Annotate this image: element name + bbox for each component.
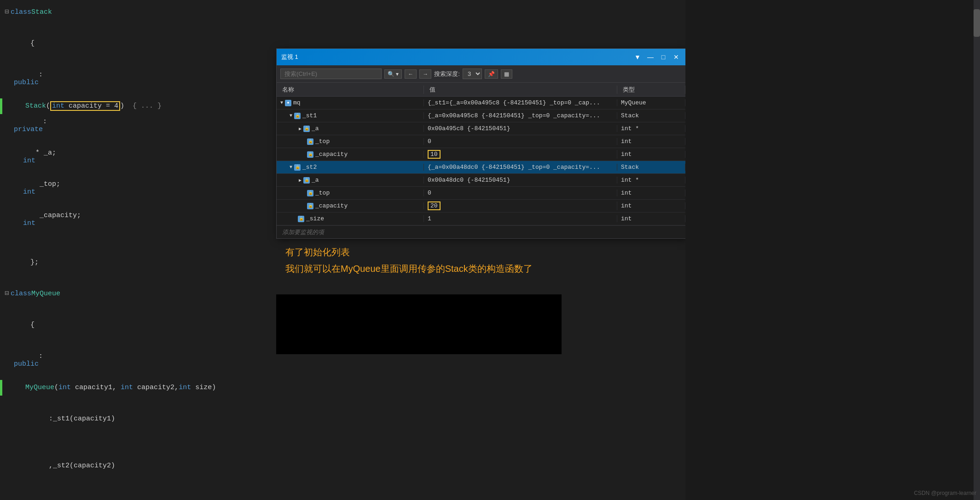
watch-value-mq: {_st1={_a=0x00a495c8 {-842150451} _top=0…: [424, 99, 617, 106]
watch-row-st2[interactable]: ▼ 🔒 _st2 {_a=0x00a48dc0 {-842150451} _to…: [277, 161, 685, 174]
watch-value-size: 1: [424, 215, 617, 222]
close-icon[interactable]: ✕: [672, 53, 681, 61]
minimize-icon[interactable]: —: [646, 53, 655, 61]
expand-a1[interactable]: ▶: [299, 126, 302, 132]
watch-value-a1: 0x00a495c8 {-842150451}: [424, 125, 617, 132]
depth-select[interactable]: 3 1 2 4 5: [463, 69, 482, 79]
var-icon-top2: 🔒: [307, 190, 313, 196]
code-line-6: int* _a;: [0, 145, 272, 177]
var-icon-st1: 🔒: [294, 113, 301, 119]
watch-row-size[interactable]: 🔒 _size 1 int: [277, 213, 685, 225]
pin-icon[interactable]: ▼: [633, 53, 642, 61]
watch-body: ▼ ● mq {_st1={_a=0x00a495c8 {-842150451}…: [277, 97, 685, 238]
header-value: 值: [424, 86, 617, 94]
expand-st1[interactable]: ▼: [290, 113, 292, 118]
code-line-9: };: [0, 239, 272, 286]
code-line-13: MyQueue(int capacity1, int capacity2,int…: [0, 380, 272, 396]
watch-title: 监视 1: [281, 53, 298, 61]
watch-name-st1: ▼ 🔒 _st1: [277, 112, 424, 119]
code-editor: ⊟class Stack { public: Stack(int capacit…: [0, 0, 272, 500]
watch-type-st2: Stack: [617, 164, 685, 171]
annotation-area: 有了初始化列表 我们就可以在MyQueue里面调用传参的Stack类的构造函数了: [276, 239, 686, 282]
watch-row-mq[interactable]: ▼ ● mq {_st1={_a=0x00a495c8 {-842150451}…: [277, 97, 685, 109]
code-line-11: {: [0, 302, 272, 349]
annotation-line2: 我们就可以在MyQueue里面调用传参的Stack类的构造函数了: [285, 260, 677, 277]
code-line-10: ⊟class MyQueue: [0, 286, 272, 302]
watch-name-capacity2: 🔒 _capacity: [277, 202, 424, 209]
watch-value-top2: 0: [424, 190, 617, 196]
code-line-16: ,_size(size): [0, 489, 272, 500]
watch-row-a1[interactable]: ▶ 🔒 _a 0x00a495c8 {-842150451} int *: [277, 122, 685, 135]
watch-value-a2: 0x00a48dc0 {-842150451}: [424, 177, 617, 184]
watch-row-capacity2[interactable]: 🔒 _capacity 20 int: [277, 200, 685, 213]
code-line-8: int _capacity;: [0, 208, 272, 239]
code-line-1: ⊟class Stack: [0, 5, 272, 20]
search-icon-btn[interactable]: 🔍 ▾: [384, 69, 402, 79]
watch-type-a1: int *: [617, 125, 685, 132]
capacity2-value-box: 20: [428, 201, 441, 210]
watch-window: 监视 1 ▼ — □ ✕ 🔍 ▾ ← → 搜索深度: 3 1 2 4 5 📌 ▦…: [276, 48, 686, 239]
var-icon-a2: 🔒: [303, 177, 310, 184]
expand-a2[interactable]: ▶: [299, 178, 302, 183]
code-line-3: public:: [0, 67, 272, 98]
back-btn[interactable]: ←: [405, 69, 417, 79]
watch-type-capacity2: int: [617, 202, 685, 209]
watch-row-st1[interactable]: ▼ 🔒 _st1 {_a=0x00a495c8 {-842150451} _to…: [277, 109, 685, 122]
watch-toolbar: 🔍 ▾ ← → 搜索深度: 3 1 2 4 5 📌 ▦: [277, 65, 685, 83]
watch-name-mq: ▼ ● mq: [277, 99, 424, 106]
watch-name-a2: ▶ 🔒 _a: [277, 177, 424, 184]
watch-value-st2: {_a=0x00a48dc0 {-842150451} _top=0 _capa…: [424, 164, 617, 171]
forward-btn[interactable]: →: [419, 69, 431, 79]
watch-titlebar: 监视 1 ▼ — □ ✕: [277, 49, 685, 65]
pin-toolbar-btn[interactable]: 📌: [485, 69, 498, 79]
add-row-label: 添加要监视的项: [282, 228, 324, 236]
var-icon-a1: 🔒: [303, 126, 310, 132]
annotation-text: 有了初始化列表 我们就可以在MyQueue里面调用传参的Stack类的构造函数了: [276, 239, 686, 282]
var-icon-top1: 🔒: [307, 138, 313, 145]
watch-name-size: 🔒 _size: [277, 215, 424, 222]
expand-mq[interactable]: ▼: [280, 100, 283, 105]
annotation-line1: 有了初始化列表: [285, 244, 677, 260]
var-icon-capacity1: 🔒: [307, 151, 313, 158]
collapse-icon[interactable]: ⊟: [5, 5, 9, 20]
watch-value-capacity1: 10: [424, 150, 617, 159]
watch-value-capacity2: 20: [424, 201, 617, 210]
code-line-15: ,_st2(capacity2): [0, 443, 272, 489]
watch-type-a2: int *: [617, 177, 685, 184]
right-panel: [685, 0, 980, 500]
watch-name-top1: 🔒 _top: [277, 138, 424, 145]
watch-value-top1: 0: [424, 138, 617, 145]
watch-type-capacity1: int: [617, 151, 685, 158]
scrollbar-v[interactable]: [974, 0, 980, 500]
watch-type-mq: MyQueue: [617, 99, 685, 106]
grid-btn[interactable]: ▦: [501, 69, 512, 79]
watch-row-a2[interactable]: ▶ 🔒 _a 0x00a48dc0 {-842150451} int *: [277, 174, 685, 187]
code-line-5: private:: [0, 114, 272, 145]
watch-row-top2[interactable]: 🔒 _top 0 int: [277, 187, 685, 200]
capacity1-value-box: 10: [428, 150, 441, 159]
watch-row-capacity1[interactable]: 🔒 _capacity 10 int: [277, 148, 685, 161]
expand-st2[interactable]: ▼: [290, 165, 292, 170]
watch-type-top2: int: [617, 190, 685, 196]
watch-type-top1: int: [617, 138, 685, 145]
watch-headers: 名称 值 类型: [277, 83, 685, 97]
search-input[interactable]: [280, 69, 382, 79]
code-line-7: int _top;: [0, 177, 272, 208]
watch-type-size: int: [617, 215, 685, 222]
search-depth-label: 搜索深度:: [434, 70, 460, 78]
watch-row-top1[interactable]: 🔒 _top 0 int: [277, 135, 685, 148]
maximize-icon[interactable]: □: [659, 53, 668, 61]
watch-name-st2: ▼ 🔒 _st2: [277, 164, 424, 171]
code-line-4: Stack(int capacity = 4) { ... }: [0, 98, 272, 114]
var-icon-size: 🔒: [298, 216, 304, 222]
video-area: [276, 294, 562, 354]
scrollbar-thumb[interactable]: [974, 9, 980, 37]
code-line-2: {: [0, 20, 272, 67]
watch-name-top2: 🔒 _top: [277, 190, 424, 196]
watermark: CSDN @program-learner: [914, 490, 976, 496]
watch-add-row[interactable]: 添加要监视的项: [277, 225, 685, 238]
code-line-14: :_st1(capacity1): [0, 396, 272, 443]
watch-name-capacity1: 🔒 _capacity: [277, 151, 424, 158]
watch-name-a1: ▶ 🔒 _a: [277, 125, 424, 132]
var-icon-capacity2: 🔒: [307, 203, 313, 209]
